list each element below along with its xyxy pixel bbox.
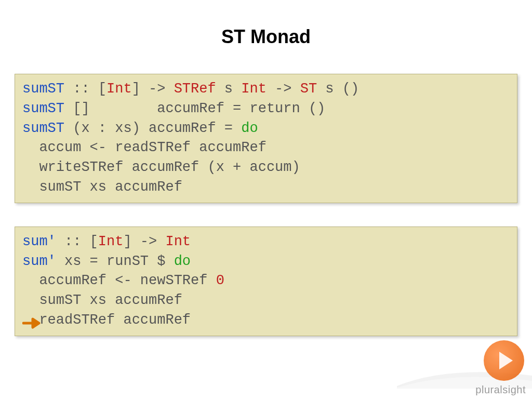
swoosh-icon: [397, 363, 532, 389]
brand-label: pluralsight: [475, 384, 526, 396]
code-line: sumST (x : xs) accumRef = do: [22, 119, 510, 139]
code-line: sum' :: [Int] -> Int: [22, 232, 510, 252]
play-triangle-icon: [499, 352, 513, 369]
code-line: sumST xs accumRef: [22, 291, 510, 311]
code-line: accumRef <- newSTRef 0: [22, 271, 510, 291]
slide-title: ST Monad: [0, 26, 532, 48]
code-line: writeSTRef accumRef (x + accum): [22, 158, 510, 178]
code-line: sum' xs = runST $ do: [22, 252, 510, 272]
code-block-1: sumST :: [Int] -> STRef s Int -> ST s ()…: [15, 74, 517, 203]
code-line: accum <- readSTRef accumRef: [22, 138, 510, 158]
watermark: pluralsight: [418, 337, 532, 399]
code-line: sumST :: [Int] -> STRef s Int -> ST s (): [22, 79, 510, 99]
code-line: readSTRef accumRef: [22, 311, 510, 330]
pointer-arrow-icon: [22, 316, 43, 327]
code-line: sumST xs accumRef: [22, 178, 510, 197]
play-button-icon: [484, 340, 524, 381]
code-block-2: sum' :: [Int] -> Int sum' xs = runST $ d…: [15, 227, 517, 336]
code-line: sumST [] accumRef = return (): [22, 99, 510, 119]
